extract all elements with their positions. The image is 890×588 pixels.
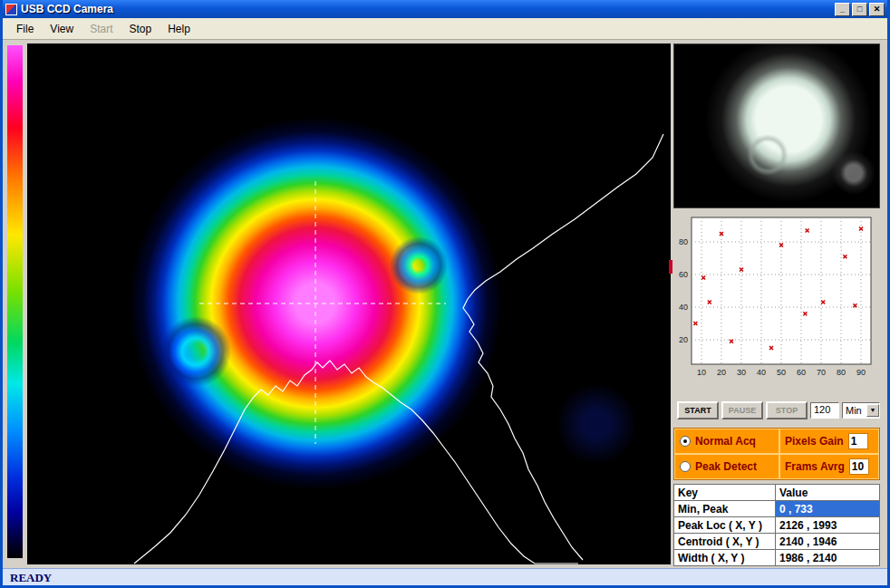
status-text: READY xyxy=(10,571,52,585)
row-value-highlighted: 0 , 733 xyxy=(776,501,880,517)
acq-mode-panel: Normal Acq Pixels Gain 1 Peak Detect Fra… xyxy=(673,428,880,480)
red-edge-marker xyxy=(669,260,672,274)
svg-text:80: 80 xyxy=(679,237,688,246)
profile-curve-horizontal xyxy=(134,361,578,564)
svg-text:70: 70 xyxy=(817,368,826,377)
menu-view[interactable]: View xyxy=(42,20,82,38)
pixels-gain-input[interactable]: 1 xyxy=(848,433,868,449)
peak-detect-option[interactable]: Peak Detect xyxy=(674,454,779,479)
interval-input[interactable]: 120 xyxy=(810,402,839,419)
grayscale-preview[interactable] xyxy=(673,43,880,208)
svg-text:20: 20 xyxy=(679,335,688,344)
svg-text:90: 90 xyxy=(856,368,866,377)
svg-text:40: 40 xyxy=(757,368,766,377)
table-row[interactable]: Width ( X, Y ) 1986 , 2140 xyxy=(674,550,880,566)
peak-detect-label: Peak Detect xyxy=(695,460,757,473)
key-column-header: Key xyxy=(674,485,776,501)
chevron-down-icon[interactable]: ▼ xyxy=(866,404,879,417)
minimize-button[interactable]: _ xyxy=(835,3,850,16)
svg-text:50: 50 xyxy=(777,368,786,377)
app-window: USB CCD Camera _ □ ✕ File View Start Sto… xyxy=(0,0,890,588)
table-header-row: Key Value xyxy=(674,485,880,501)
pause-button: PAUSE xyxy=(721,401,763,419)
svg-text:40: 40 xyxy=(679,303,688,312)
table-row[interactable]: Min, Peak 0 , 733 xyxy=(674,501,880,517)
menu-start: Start xyxy=(82,20,121,38)
results-table-wrap: Key Value Min, Peak 0 , 733 Peak Loc ( X… xyxy=(673,484,880,566)
profile-curve-vertical xyxy=(463,134,663,560)
normal-acq-radio[interactable] xyxy=(680,436,691,447)
menu-stop[interactable]: Stop xyxy=(121,20,160,38)
frams-avrg-field: Frams Avrg 10 xyxy=(779,454,879,479)
acquisition-controls: START PAUSE STOP 120 Min ▼ xyxy=(673,400,880,420)
normal-acq-option[interactable]: Normal Acq xyxy=(674,429,779,454)
window-title: USB CCD Camera xyxy=(21,3,835,15)
table-row[interactable]: Peak Loc ( X, Y ) 2126 , 1993 xyxy=(674,517,880,534)
intensity-colorbar xyxy=(7,45,23,558)
maximize-button[interactable]: □ xyxy=(852,3,867,16)
table-row[interactable]: Centroid ( X, Y ) 2140 , 1946 xyxy=(674,534,880,550)
row-key: Centroid ( X, Y ) xyxy=(674,534,776,550)
close-button[interactable]: ✕ xyxy=(869,3,885,16)
row-key: Min, Peak xyxy=(674,501,776,517)
app-icon xyxy=(5,4,17,15)
interval-unit-dropdown[interactable]: Min ▼ xyxy=(842,402,880,419)
main-content: 10203040506070809020406080 START PAUSE S… xyxy=(3,40,887,568)
title-bar[interactable]: USB CCD Camera _ □ ✕ xyxy=(3,0,887,18)
results-table: Key Value Min, Peak 0 , 733 Peak Loc ( X… xyxy=(673,484,880,566)
scatter-plot: 10203040506070809020406080 xyxy=(673,213,880,397)
right-panel: 10203040506070809020406080 START PAUSE S… xyxy=(673,43,880,567)
peak-detect-radio[interactable] xyxy=(680,461,691,472)
start-button[interactable]: START xyxy=(677,401,719,419)
interval-unit-value: Min xyxy=(843,405,866,416)
menu-help[interactable]: Help xyxy=(160,20,198,38)
row-value: 2126 , 1993 xyxy=(776,517,880,534)
status-bar: READY xyxy=(3,568,887,586)
row-value: 2140 , 1946 xyxy=(776,534,880,550)
normal-acq-label: Normal Acq xyxy=(695,435,756,448)
svg-text:10: 10 xyxy=(697,368,706,377)
pixels-gain-label: Pixels Gain xyxy=(785,435,844,448)
frams-avrg-input[interactable]: 10 xyxy=(849,458,869,475)
beam-image-canvas[interactable] xyxy=(27,43,671,564)
beam-overlay xyxy=(27,43,671,564)
row-key: Width ( X, Y ) xyxy=(674,550,776,566)
value-column-header: Value xyxy=(776,485,880,501)
svg-text:60: 60 xyxy=(679,270,688,279)
row-key: Peak Loc ( X, Y ) xyxy=(674,517,776,534)
frams-avrg-label: Frams Avrg xyxy=(785,460,845,473)
svg-text:30: 30 xyxy=(737,368,746,377)
svg-text:80: 80 xyxy=(837,368,846,377)
svg-text:60: 60 xyxy=(797,368,806,377)
menu-bar: File View Start Stop Help xyxy=(3,18,887,40)
pixels-gain-field: Pixels Gain 1 xyxy=(779,429,879,454)
menu-file[interactable]: File xyxy=(8,20,42,38)
row-value: 1986 , 2140 xyxy=(776,550,880,566)
trend-scatter-chart[interactable]: 10203040506070809020406080 xyxy=(673,213,880,397)
svg-text:20: 20 xyxy=(717,368,726,377)
stop-button: STOP xyxy=(766,401,808,419)
